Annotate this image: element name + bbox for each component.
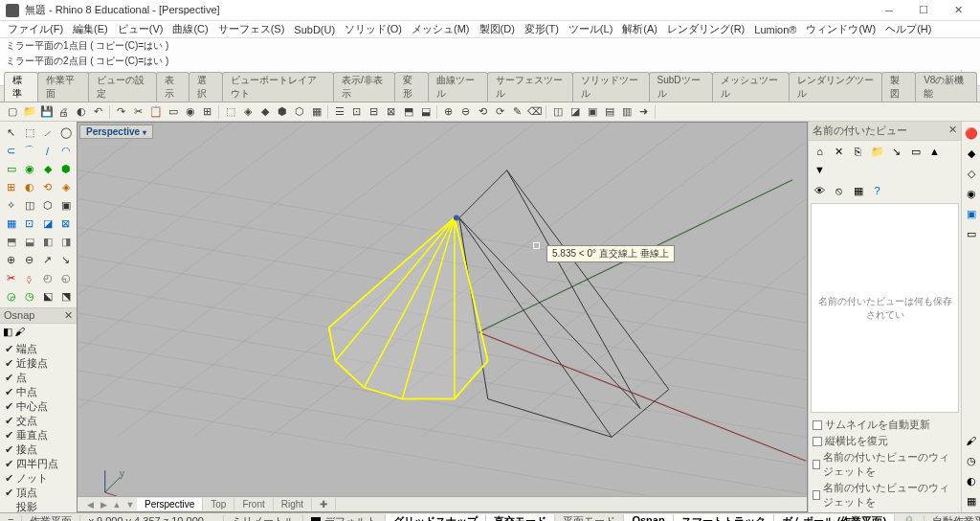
- osnap-item[interactable]: ✔頂点: [4, 486, 73, 500]
- tool-button[interactable]: ↗: [38, 251, 56, 269]
- osnap-header[interactable]: Osnap✕: [0, 307, 77, 324]
- toolbar-tab[interactable]: 表示/非表示: [333, 72, 395, 102]
- tool-button[interactable]: ⎀: [20, 269, 38, 287]
- viewtab-nav[interactable]: ▲: [110, 500, 123, 510]
- toolbar-button[interactable]: ↷: [113, 103, 129, 120]
- tool-button[interactable]: ⬒: [2, 233, 20, 251]
- toolbar-button[interactable]: ⊟: [366, 103, 382, 120]
- eye-icon[interactable]: 👁: [812, 183, 828, 198]
- slash-icon[interactable]: ⦸: [831, 183, 847, 198]
- osnap-paint-icon[interactable]: 🖌: [14, 326, 25, 338]
- tool-button[interactable]: ↘: [56, 251, 75, 269]
- brush-tab-icon[interactable]: 🖌: [964, 433, 979, 448]
- osnap-item[interactable]: ✔中点: [4, 385, 73, 399]
- import-icon[interactable]: ↘: [888, 144, 904, 159]
- menu-item[interactable]: Lumion®: [750, 23, 800, 36]
- checkbox-icon[interactable]: ✔: [4, 417, 13, 426]
- toolbar-button[interactable]: ↶: [90, 103, 106, 120]
- tool-button[interactable]: ◴: [38, 269, 56, 287]
- tool-button[interactable]: ⟋: [38, 124, 56, 142]
- menu-item[interactable]: メッシュ(M): [408, 21, 474, 37]
- checkbox-icon[interactable]: [4, 503, 13, 512]
- copy-icon[interactable]: ⎘: [850, 144, 866, 159]
- toolbar-button[interactable]: ⊠: [383, 103, 399, 120]
- library-tab-icon[interactable]: ▦: [964, 493, 979, 509]
- tool-button[interactable]: ⬡: [38, 196, 56, 215]
- tool-button[interactable]: ⬓: [20, 233, 38, 251]
- light-tab-icon[interactable]: ◉: [964, 186, 979, 201]
- delete-icon[interactable]: ✕: [831, 144, 847, 159]
- display-tab-icon[interactable]: ▭: [964, 226, 979, 241]
- toolbar-button[interactable]: 📁: [21, 103, 37, 120]
- toolbar-button[interactable]: 💾: [38, 103, 55, 120]
- tool-button[interactable]: ⊕: [2, 251, 20, 269]
- tool-button[interactable]: ▦: [2, 215, 20, 233]
- toolbar-button[interactable]: ⬒: [400, 103, 416, 120]
- osnap-item[interactable]: 投影: [4, 500, 73, 512]
- grid-icon[interactable]: ▦: [850, 183, 866, 198]
- toolbar-tab[interactable]: 曲線ツール: [428, 72, 488, 102]
- toolbar-button[interactable]: ⊞: [199, 103, 215, 120]
- viewtab-nav[interactable]: ◀: [83, 500, 97, 510]
- menu-item[interactable]: 製図(D): [476, 21, 519, 37]
- maximize-button[interactable]: ☐: [907, 1, 940, 20]
- menu-item[interactable]: ヘルプ(H): [881, 21, 935, 37]
- tool-button[interactable]: ⬢: [56, 160, 75, 178]
- toolbar-button[interactable]: ⌫: [526, 103, 543, 120]
- view-tab[interactable]: Front: [234, 498, 273, 510]
- toolbar-button[interactable]: ◫: [549, 103, 566, 120]
- toolbar-button[interactable]: ◆: [256, 103, 273, 120]
- status-units[interactable]: ミリメートル: [224, 514, 303, 522]
- tool-button[interactable]: ◵: [56, 269, 75, 287]
- minimize-button[interactable]: ─: [873, 1, 905, 20]
- view-icon[interactable]: ▭: [907, 144, 924, 159]
- tool-button[interactable]: ⊖: [20, 251, 38, 269]
- tool-button[interactable]: ◆: [38, 160, 56, 178]
- close-button[interactable]: ✕: [942, 1, 974, 20]
- checkbox-icon[interactable]: ✔: [4, 402, 13, 412]
- checkbox-icon[interactable]: ✔: [4, 488, 13, 498]
- status-toggle[interactable]: グリッドスナップ: [386, 514, 486, 522]
- toolbar-tab[interactable]: 標準: [4, 72, 38, 102]
- toolbar-tab[interactable]: ソリッドツール: [572, 72, 650, 102]
- osnap-item[interactable]: ✔端点: [4, 342, 73, 356]
- toolbar-button[interactable]: ☰: [331, 103, 347, 120]
- tool-button[interactable]: ◈: [56, 178, 75, 196]
- tool-button[interactable]: ✂: [2, 269, 20, 287]
- toolbar-tab[interactable]: 選択: [189, 72, 223, 102]
- tool-button[interactable]: ⊡: [20, 215, 38, 233]
- toolbar-button[interactable]: ⟳: [492, 103, 508, 120]
- toolbar-tab[interactable]: ビューポートレイアウト: [222, 72, 334, 102]
- toolbar-tab[interactable]: メッシュツール: [712, 72, 790, 102]
- down-icon[interactable]: ▼: [812, 162, 828, 177]
- panel-option[interactable]: 縦横比を復元: [813, 433, 957, 449]
- toolbar-tab[interactable]: V8の新機能: [915, 72, 977, 102]
- checkbox-icon[interactable]: ✔: [4, 388, 13, 397]
- status-toggle[interactable]: Osnap: [624, 514, 673, 522]
- toolbar-button[interactable]: ✂: [130, 103, 146, 120]
- toolbar-button[interactable]: ◐: [73, 103, 89, 120]
- panel-option[interactable]: サムネイルを自動更新: [813, 417, 957, 433]
- toolbar-tab[interactable]: サーフェスツール: [487, 72, 573, 102]
- viewtab-nav[interactable]: ▼: [123, 500, 137, 510]
- menu-item[interactable]: サーフェス(S): [214, 21, 289, 37]
- tool-button[interactable]: ↖: [2, 124, 20, 142]
- checkbox-icon[interactable]: ✔: [4, 431, 13, 441]
- toolbar-button[interactable]: ➜: [635, 103, 652, 120]
- tool-button[interactable]: ◷: [20, 287, 38, 306]
- checkbox-icon[interactable]: ✔: [4, 374, 13, 383]
- toolbar-tab[interactable]: 製図: [881, 72, 916, 102]
- material-tab-icon[interactable]: ◆: [964, 146, 979, 161]
- toolbar-tab[interactable]: 表示: [156, 72, 190, 102]
- render-tab-icon[interactable]: 🔴: [964, 125, 979, 141]
- checkbox[interactable]: [813, 437, 822, 446]
- menu-item[interactable]: ビュー(V): [114, 21, 167, 37]
- tool-button[interactable]: ▭: [2, 160, 20, 178]
- tool-button[interactable]: ⊂: [2, 142, 20, 160]
- menu-item[interactable]: 解析(A): [618, 21, 661, 37]
- toolbar-button[interactable]: ⬓: [417, 103, 434, 120]
- panel-option[interactable]: 名前の付いたビューのウィジェットを: [813, 480, 957, 510]
- status-cplane[interactable]: 作業平面: [22, 514, 80, 522]
- status-right[interactable]: 自動作業平面 (オブジェクト) ヒストリを記録 フィ: [924, 514, 980, 522]
- checkbox-icon[interactable]: ✔: [4, 359, 13, 369]
